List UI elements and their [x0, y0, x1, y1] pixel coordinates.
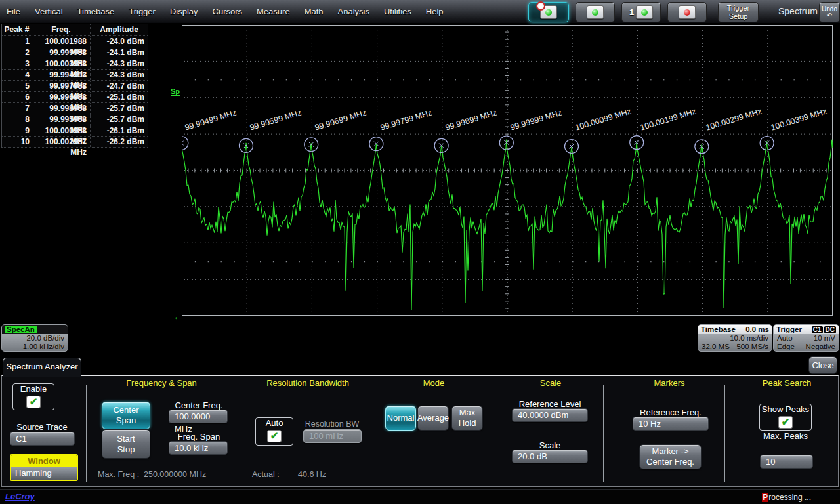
- spectrum-graph: 99.99499 MHz99.99599 MHz99.99699 MHz99.9…: [182, 25, 833, 316]
- menu-item-timebase[interactable]: Timebase: [77, 7, 115, 16]
- grid-dot: [312, 79, 312, 80]
- auto-trigger-button[interactable]: [528, 2, 569, 22]
- reference-level-field[interactable]: 40.0000 dBm: [512, 408, 588, 422]
- close-button[interactable]: Close: [808, 356, 837, 374]
- grid-dot: [429, 79, 430, 80]
- trace-indicator-sp[interactable]: Sp: [171, 87, 180, 96]
- section-scale: Scale: [498, 378, 603, 388]
- table-row: 9100.000988 MHz-26.1 dBm: [2, 125, 148, 136]
- monitor-clock-icon: [540, 5, 557, 19]
- monitor-green-icon: [636, 5, 653, 19]
- mode-average-button[interactable]: Average: [417, 406, 449, 430]
- enable-checkbox[interactable]: [26, 396, 41, 408]
- peak-table-cell: 100.003988 MHz: [32, 58, 91, 69]
- peak-table-cell: 99.994993 MHz: [32, 70, 91, 80]
- center-span-button[interactable]: CenterSpan: [102, 402, 150, 429]
- grid-dot: [416, 79, 417, 80]
- grid-dot: [755, 79, 755, 80]
- peak-table-cell: 10: [2, 136, 32, 147]
- peak-table-cell: 2: [2, 47, 32, 58]
- menu-bar: FileVerticalTimebaseTriggerDisplayCursor…: [0, 0, 840, 23]
- grid-dot: [534, 79, 534, 80]
- clock-icon: [536, 1, 545, 10]
- peak-table-cell: 3: [2, 58, 32, 69]
- menu-item-vertical[interactable]: Vertical: [35, 7, 63, 16]
- trigger-descriptor-box[interactable]: Trigger C1DC Auto-10 mV EdgeNegative: [773, 324, 839, 352]
- peak-table-cell: 5: [2, 81, 32, 91]
- menu-item-help[interactable]: Help: [426, 7, 444, 16]
- specan-descriptor-box[interactable]: SpecAn 20.0 dB/div 1.00 kHz/div: [1, 324, 68, 352]
- freq-span-field[interactable]: 10.0 kHz: [169, 441, 228, 455]
- menu-item-display[interactable]: Display: [170, 7, 198, 16]
- start-stop-button[interactable]: StartStop: [102, 429, 150, 459]
- menu-item-analysis[interactable]: Analysis: [338, 7, 369, 16]
- grid-dot: [247, 79, 247, 80]
- peak-table-cell: -25.1 dBm: [91, 92, 148, 102]
- resolution-bw-field: 100 mHz: [303, 429, 362, 443]
- trigger-setup-button[interactable]: TriggerSetup: [718, 2, 759, 22]
- grid-dot: [507, 79, 508, 80]
- menu-item-trigger[interactable]: Trigger: [129, 7, 156, 16]
- mode-normal-button[interactable]: Normal: [385, 406, 416, 430]
- grid-dot: [520, 79, 521, 80]
- grid-dot: [612, 79, 612, 80]
- rbw-auto-checkbox[interactable]: [267, 430, 282, 442]
- source-trace-label: Source Trace: [6, 422, 78, 432]
- section-resolution-bandwidth: Resolution Bandwidth: [247, 378, 369, 388]
- stop-trigger-button[interactable]: [667, 2, 707, 22]
- grid-dot: [390, 261, 390, 262]
- section-mode: Mode: [369, 378, 498, 388]
- center-freq-field[interactable]: 100.0000 MHz: [169, 410, 228, 423]
- grid-dot: [755, 261, 755, 262]
- grid-dot: [572, 261, 573, 262]
- grid-dot: [625, 79, 625, 80]
- peak-table: Peak #Freq.Amplitude1100.001988 MHz-24.0…: [1, 24, 148, 148]
- show-peaks-group: Show Peaks: [759, 404, 812, 430]
- resolution-bw-label: Resolution BW: [302, 419, 362, 429]
- grid-dot: [377, 261, 378, 262]
- grid-dot: [637, 79, 638, 80]
- enable-group: Enable: [12, 383, 54, 410]
- grid-dot: [455, 79, 456, 80]
- grid-dot: [247, 261, 247, 262]
- scale-field[interactable]: 20.0 dB: [512, 450, 588, 463]
- source-trace-field[interactable]: C1: [10, 432, 75, 446]
- window-label: Window: [11, 455, 77, 467]
- menu-item-cursors[interactable]: Cursors: [213, 7, 243, 16]
- max-peaks-field[interactable]: 10: [760, 455, 813, 469]
- marker-to-center-button[interactable]: Marker ->Center Freq.: [639, 444, 702, 469]
- table-row: 299.999988 MHz-24.1 dBm: [2, 47, 148, 58]
- grid-dot: [221, 79, 222, 80]
- grid-dot: [208, 79, 209, 80]
- show-peaks-checkbox[interactable]: [778, 416, 793, 429]
- grid-dot: [234, 261, 234, 262]
- menu-item-utilities[interactable]: Utilities: [384, 7, 411, 16]
- max-peaks-label: Max. Peaks: [759, 431, 812, 441]
- grid-dot: [338, 261, 339, 262]
- reference-freq-field[interactable]: 10 Hz: [633, 417, 709, 430]
- grid-dot: [703, 261, 704, 262]
- window-group[interactable]: Window Hamming: [10, 454, 78, 481]
- menu-item-file[interactable]: File: [7, 7, 20, 16]
- grid-dot: [820, 79, 820, 80]
- peak-table-cell: 100.002987 MHz: [32, 136, 91, 147]
- grid-dot: [442, 261, 443, 262]
- single-trigger-button[interactable]: 1: [621, 2, 661, 22]
- grid-dot: [547, 79, 547, 80]
- normal-trigger-button[interactable]: [576, 2, 615, 22]
- mode-max-hold-button[interactable]: MaxHold: [452, 406, 483, 430]
- undo-button[interactable]: Undo↶: [819, 2, 840, 22]
- timebase-descriptor-box[interactable]: Timebase0.0 ms 10.0 ms/div 32.0 MS500 MS…: [698, 324, 772, 352]
- window-select[interactable]: Hamming: [11, 467, 77, 480]
- grid-dot: [768, 261, 768, 262]
- grid-dot: [650, 79, 651, 80]
- tab-spectrum-analyzer[interactable]: Spectrum Analyzer: [3, 358, 81, 377]
- timebase-perdiv: 10.0 ms/div: [730, 334, 768, 343]
- grid-dot: [325, 79, 326, 80]
- reference-freq-label: Reference Freq.: [631, 408, 710, 417]
- menu-item-measure[interactable]: Measure: [257, 7, 290, 16]
- grid-dot: [677, 79, 677, 80]
- table-row: 499.994993 MHz-24.3 dBm: [2, 70, 148, 81]
- table-row: 699.996988 MHz-25.1 dBm: [2, 92, 148, 103]
- menu-item-math[interactable]: Math: [304, 7, 324, 16]
